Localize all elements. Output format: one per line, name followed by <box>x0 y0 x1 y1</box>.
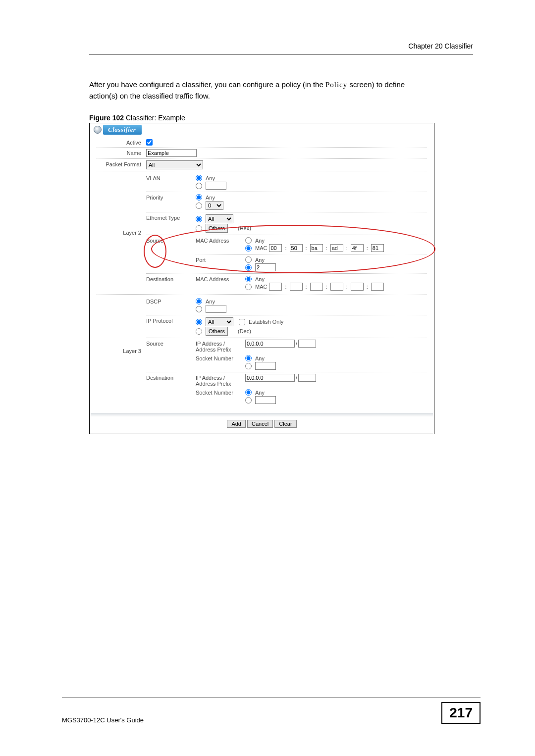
priority-any-radio[interactable] <box>196 194 202 201</box>
dst-prefix-input[interactable] <box>298 374 316 382</box>
vlan-input[interactable] <box>206 182 226 190</box>
socket-label: Socket Number <box>196 389 245 396</box>
packet-format-select[interactable]: All <box>146 160 203 169</box>
mac5-input[interactable] <box>351 244 364 252</box>
l2-source-label: Source <box>146 237 196 244</box>
l3-destination-label: Destination <box>146 374 196 381</box>
l3-source-label: Source <box>146 340 196 347</box>
src-prefix-input[interactable] <box>298 340 316 348</box>
dec-label: (Dec) <box>238 328 251 334</box>
classifier-screenshot: Classifier Active Name Packet Format <box>89 123 434 434</box>
ethtype-select[interactable]: All <box>206 214 233 223</box>
src-mac-radio[interactable] <box>245 245 252 252</box>
packet-format-label: Packet Format <box>97 160 146 167</box>
vlan-any-radio[interactable] <box>196 175 202 181</box>
mac6-input[interactable] <box>371 244 384 252</box>
any-label: Any <box>255 238 265 244</box>
active-label: Active <box>97 139 146 146</box>
divider-bar <box>91 413 433 417</box>
tab-bullet-icon <box>94 126 102 134</box>
src-socket-radio[interactable] <box>245 363 252 369</box>
ip-addr-prefix-label: IP Address / Address Prefix <box>196 340 245 353</box>
mac3-input[interactable] <box>310 244 323 252</box>
dst-socket-radio[interactable] <box>245 397 252 403</box>
dscp-input[interactable] <box>206 305 226 313</box>
dst-socket-any-radio[interactable] <box>245 389 252 396</box>
layer2-label: Layer 2 <box>97 173 146 293</box>
figure-caption: Figure 102 Classifier: Example <box>89 114 473 122</box>
dmac5[interactable] <box>351 283 364 291</box>
mac-label: MAC <box>255 245 267 251</box>
priority-label: Priority <box>146 194 196 201</box>
establish-only-label: Establish Only <box>249 319 283 325</box>
src-port-input[interactable] <box>255 263 276 271</box>
header-rule <box>89 54 473 54</box>
dmac1[interactable] <box>269 283 282 291</box>
any-label: Any <box>255 355 265 361</box>
page-number: 217 <box>441 702 481 724</box>
mac-address-label: MAC Address <box>196 275 245 282</box>
ip-addr-prefix-label: IP Address / Address Prefix <box>196 374 245 387</box>
any-label: Any <box>255 390 265 396</box>
mac2-input[interactable] <box>290 244 303 252</box>
dst-mac-radio[interactable] <box>245 284 252 290</box>
mac-label: MAC <box>255 284 267 290</box>
l2-destination-label: Destination <box>146 275 196 282</box>
ipproto-select[interactable]: All <box>206 317 233 326</box>
footer-rule <box>62 698 481 698</box>
name-input[interactable] <box>146 149 197 157</box>
priority-value-radio[interactable] <box>196 202 202 209</box>
dscp-value-radio[interactable] <box>196 306 202 312</box>
src-socket-any-radio[interactable] <box>245 355 252 361</box>
dst-socket-input[interactable] <box>255 396 276 404</box>
src-port-radio[interactable] <box>245 264 252 271</box>
dst-mac-any-radio[interactable] <box>245 276 252 282</box>
ethtype-all-radio[interactable] <box>196 216 202 222</box>
ipproto-all-radio[interactable] <box>196 319 202 325</box>
vlan-value-radio[interactable] <box>196 183 202 189</box>
any-label: Any <box>206 195 215 201</box>
priority-select[interactable]: 0 <box>206 201 223 210</box>
port-label: Port <box>196 256 245 263</box>
any-label: Any <box>255 257 265 263</box>
ethtype-others-button[interactable]: Others <box>206 224 228 233</box>
mac-address-label: MAC Address <box>196 237 245 244</box>
footer-guide-name: MGS3700-12C User's Guide <box>62 716 144 724</box>
src-port-any-radio[interactable] <box>245 256 252 263</box>
layer3-label: Layer 3 <box>97 296 146 406</box>
hex-label: (Hex) <box>238 225 251 231</box>
any-label: Any <box>206 175 215 181</box>
ipproto-others-button[interactable]: Others <box>206 327 228 336</box>
active-checkbox[interactable] <box>146 139 153 146</box>
dst-ip-input[interactable] <box>245 374 295 382</box>
any-label: Any <box>206 299 215 304</box>
src-mac-any-radio[interactable] <box>245 237 252 244</box>
ipproto-others-radio[interactable] <box>196 328 202 335</box>
mac1-input[interactable] <box>269 244 282 252</box>
name-label: Name <box>97 149 146 156</box>
dmac4[interactable] <box>330 283 343 291</box>
ethtype-others-radio[interactable] <box>196 225 202 232</box>
dmac2[interactable] <box>290 283 303 291</box>
ethernet-type-label: Ethernet Type <box>146 214 196 221</box>
classifier-tab[interactable]: Classifier <box>103 125 142 135</box>
src-socket-input[interactable] <box>255 362 276 370</box>
establish-only-checkbox[interactable] <box>239 319 245 325</box>
dscp-any-radio[interactable] <box>196 298 202 304</box>
socket-label: Socket Number <box>196 354 245 361</box>
dscp-label: DSCP <box>146 298 196 304</box>
chapter-header: Chapter 20 Classifier <box>89 42 473 50</box>
dmac3[interactable] <box>310 283 323 291</box>
ip-protocol-label: IP Protocol <box>146 317 196 324</box>
src-ip-input[interactable] <box>245 340 295 348</box>
vlan-label: VLAN <box>146 174 196 181</box>
any-label: Any <box>255 276 265 282</box>
clear-button[interactable]: Clear <box>274 420 296 428</box>
body-paragraph: After you have configured a classifier, … <box>89 79 431 101</box>
mac4-input[interactable] <box>330 244 343 252</box>
dmac6[interactable] <box>371 283 384 291</box>
add-button[interactable]: Add <box>227 420 246 428</box>
cancel-button[interactable]: Cancel <box>247 420 273 428</box>
